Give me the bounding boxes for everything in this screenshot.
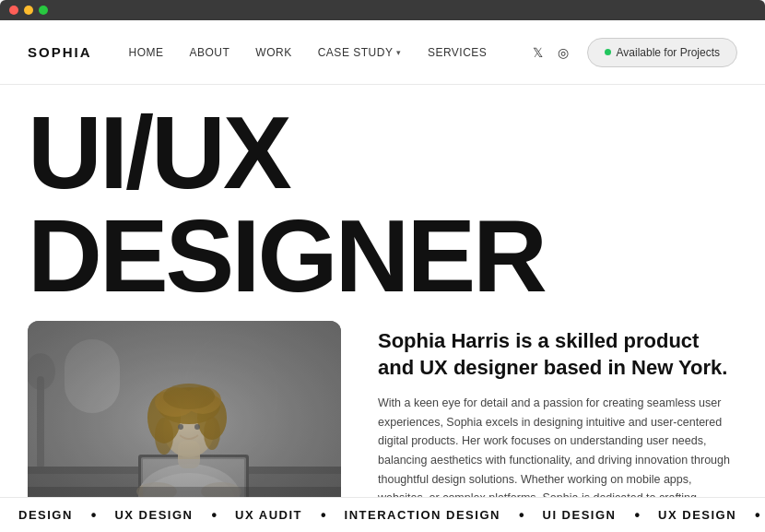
navbar: SOPHIA HOME ABOUT WORK CASE STUDY ▾ SERV… xyxy=(0,20,765,85)
marquee-item: DESIGN xyxy=(0,508,91,522)
available-button[interactable]: Available for Projects xyxy=(587,38,738,67)
hero-title: UI/UX DESIGNER xyxy=(0,85,765,321)
nav-case-study[interactable]: CASE STUDY ▾ xyxy=(318,46,402,59)
description-headline: Sophia Harris is a skilled product and U… xyxy=(378,328,737,381)
marquee-inner: DESIGN • UX DESIGN • UX AUDIT • INTERACT… xyxy=(0,507,765,524)
marquee-item: UX AUDIT xyxy=(217,508,321,522)
marquee-item: UX DESIGN xyxy=(96,508,211,522)
close-dot[interactable] xyxy=(9,6,18,15)
nav-home[interactable]: HOME xyxy=(129,46,164,59)
instagram-icon[interactable] xyxy=(558,44,569,61)
logo[interactable]: SOPHIA xyxy=(28,44,92,60)
marquee-strip: DESIGN • UX DESIGN • UX AUDIT • INTERACT… xyxy=(0,497,765,532)
maximize-dot[interactable] xyxy=(39,6,48,15)
status-dot xyxy=(605,49,611,55)
marquee-item: INTERACTION DESIGN xyxy=(326,508,519,522)
nav-about[interactable]: ABOUT xyxy=(190,46,230,59)
nav-links: HOME ABOUT WORK CASE STUDY ▾ SERVICES xyxy=(129,46,533,59)
marquee-item: UI DESIGN xyxy=(524,508,635,522)
minimize-dot[interactable] xyxy=(24,6,33,15)
chevron-down-icon: ▾ xyxy=(396,48,402,57)
photo-illustration xyxy=(28,321,341,524)
marquee-item: UX DESIGN xyxy=(640,508,755,522)
profile-photo xyxy=(28,321,341,524)
marquee-item: DESIGN xyxy=(760,508,765,522)
nav-services[interactable]: SERVICES xyxy=(428,46,487,59)
nav-social-icons xyxy=(533,44,569,61)
hero-section: UI/UX DESIGNER xyxy=(0,85,765,321)
twitter-icon[interactable] xyxy=(533,44,543,61)
page-content: SOPHIA HOME ABOUT WORK CASE STUDY ▾ SERV… xyxy=(0,20,765,532)
nav-work[interactable]: WORK xyxy=(255,46,291,59)
svg-rect-31 xyxy=(28,321,341,524)
window-chrome xyxy=(0,0,765,20)
photo-background xyxy=(28,321,341,524)
